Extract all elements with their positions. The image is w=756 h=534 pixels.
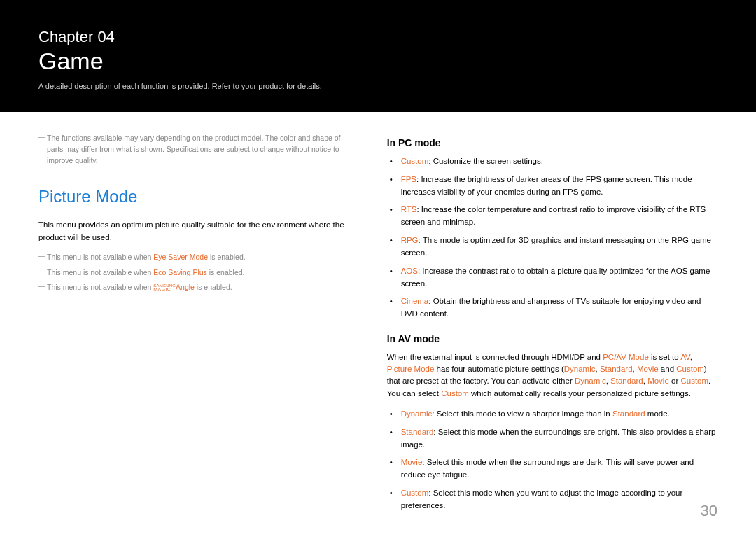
mode-name-custom: Custom: [401, 489, 429, 497]
highlight-angle: Angle: [176, 283, 195, 291]
mode-desc: : Select this mode to view a sharper ima…: [432, 409, 612, 418]
highlight-eye-saver: Eye Saver Mode: [153, 253, 208, 261]
note-text: is enabled.: [195, 283, 232, 291]
av-mode-paragraph: When the external input is connected thr…: [387, 351, 718, 400]
mode-name-dynamic: Dynamic: [401, 409, 433, 418]
mode-name-fps: FPS: [401, 175, 416, 183]
mode-desc: : Select this mode when the surroundings…: [401, 428, 716, 449]
highlight: Custom: [441, 389, 469, 398]
text: which automatically recalls your persona…: [469, 389, 691, 398]
left-column: The functions available may vary dependi…: [38, 133, 359, 525]
mode-desc: : Select this mode when the surroundings…: [401, 458, 694, 479]
highlight: PC/AV Mode: [603, 353, 649, 361]
highlight: AV: [680, 353, 690, 361]
mode-name-aos: AOS: [401, 267, 418, 275]
model-variation-note: The functions available may vary dependi…: [38, 133, 359, 166]
chapter-number: Chapter 04: [38, 28, 718, 46]
chapter-title: Game: [38, 48, 718, 75]
mode-name-rpg: RPG: [401, 236, 419, 244]
list-item: Dynamic: Select this mode to view a shar…: [398, 408, 718, 421]
mode-name-cinema: Cinema: [401, 297, 429, 305]
text: has four automatic picture settings (: [434, 365, 564, 373]
text: When the external input is connected thr…: [387, 353, 603, 361]
page-number: 30: [701, 502, 718, 520]
text: or: [669, 377, 681, 385]
note-text: This menu is not available when: [47, 283, 153, 291]
picture-mode-intro: This menu provides an optimum picture qu…: [38, 219, 359, 244]
note-magic-angle: This menu is not available when SAMSUNGM…: [38, 282, 359, 293]
mode-name-movie: Movie: [401, 458, 423, 466]
mode-desc: : Increase the brightness of darker area…: [401, 175, 692, 196]
mode-desc: : Obtain the brightness and sharpness of…: [401, 297, 701, 318]
list-item: Custom: Customize the screen settings.: [398, 155, 718, 168]
highlight-eco-saving: Eco Saving Plus: [153, 268, 206, 276]
list-item: Custom: Select this mode when you want t…: [398, 487, 718, 512]
heading-av-mode: In AV mode: [387, 333, 718, 344]
text: and: [659, 365, 677, 373]
samsung-magic-logo: SAMSUNGMAGIC: [153, 284, 176, 291]
mode-name-rts: RTS: [401, 205, 417, 213]
list-item: RPG: This mode is optimized for 3D graph…: [398, 234, 718, 260]
list-item: RTS: Increase the color temperature and …: [398, 204, 718, 229]
list-item: AOS: Increase the contrast ratio to obta…: [398, 265, 718, 290]
note-text: This menu is not available when: [47, 268, 153, 276]
note-eye-saver: This menu is not available when Eye Save…: [38, 252, 359, 263]
list-item: Cinema: Obtain the brightness and sharpn…: [398, 295, 718, 321]
chapter-subtitle: A detailed description of each function …: [38, 82, 718, 90]
list-item: Movie: Select this mode when the surroun…: [398, 456, 718, 482]
chapter-header: Chapter 04 Game A detailed description o…: [0, 0, 756, 112]
section-title-picture-mode: Picture Mode: [38, 187, 359, 206]
mode-desc: : Increase the contrast ratio to obtain …: [401, 267, 710, 288]
note-text: is enabled.: [208, 253, 246, 261]
highlight: Custom: [680, 377, 708, 385]
mode-name-custom: Custom: [401, 157, 429, 165]
highlight: Picture Mode: [387, 365, 435, 373]
note-eco-saving: This menu is not available when Eco Savi…: [38, 267, 359, 279]
right-column: In PC mode Custom: Customize the screen …: [387, 133, 718, 525]
mode-desc: : This mode is optimized for 3D graphics…: [401, 236, 711, 257]
highlight: Dynamic: [564, 365, 596, 373]
highlight: Standard: [610, 377, 643, 385]
pc-mode-list: Custom: Customize the screen settings. F…: [387, 155, 718, 321]
highlight: Movie: [637, 365, 659, 373]
note-text: is enabled.: [207, 268, 245, 276]
mode-desc: : Customize the screen settings.: [428, 157, 543, 165]
highlight: Standard: [612, 409, 645, 418]
text: is set to: [649, 353, 680, 361]
highlight: Dynamic: [575, 377, 606, 385]
mode-name-standard: Standard: [401, 428, 434, 436]
mode-desc: mode.: [645, 409, 670, 418]
highlight: Standard: [600, 365, 633, 373]
heading-pc-mode: In PC mode: [387, 137, 718, 148]
note-text: This menu is not available when: [47, 253, 153, 261]
page-content: The functions available may vary dependi…: [0, 112, 756, 525]
mode-desc: : Increase the color temperature and con…: [401, 205, 706, 226]
highlight: Custom: [676, 365, 704, 373]
text: ,: [690, 353, 692, 361]
mode-desc: : Select this mode when you want to adju…: [401, 489, 683, 510]
list-item: Standard: Select this mode when the surr…: [398, 426, 718, 451]
av-mode-list: Dynamic: Select this mode to view a shar…: [387, 408, 718, 512]
list-item: FPS: Increase the brightness of darker a…: [398, 174, 718, 199]
highlight: Movie: [648, 377, 669, 385]
